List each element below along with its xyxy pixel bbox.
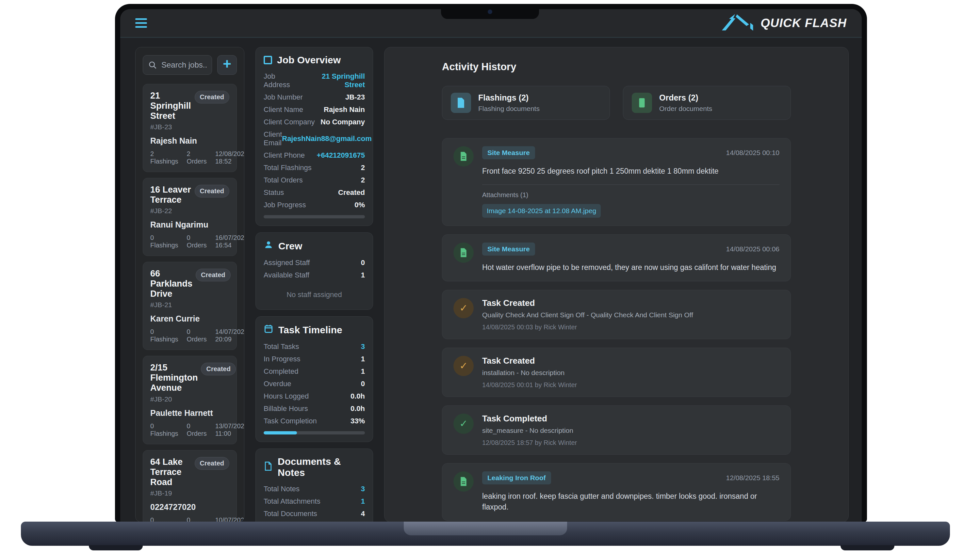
job-address: 2/15 Flemington Avenue <box>150 363 197 393</box>
row-value: 4 <box>361 510 365 518</box>
job-address: 21 Springhill Street <box>150 91 191 121</box>
row-label: Available Staff <box>264 271 309 279</box>
row-value-email[interactable]: RajeshNain88@gmail.com <box>282 135 372 143</box>
task-event-title: Task Created <box>482 356 780 366</box>
panel-title: Task Timeline <box>278 324 342 335</box>
row-label: Total Orders <box>264 176 303 184</box>
job-address: 16 Leaver Terrace <box>150 185 191 205</box>
laptop-foot <box>840 545 894 550</box>
job-number: #JB-22 <box>150 207 229 215</box>
activity-item-note[interactable]: Leaking Iron Roof 12/08/2025 18:55 leaki… <box>442 463 791 521</box>
job-overview-panel: Job Overview Job Address21 Springhill St… <box>255 47 373 226</box>
menu-icon[interactable] <box>135 18 147 28</box>
tab-flashings[interactable]: Flashings (2) Flashing documents <box>442 86 610 120</box>
row-value: Created <box>338 188 365 197</box>
job-flashings-count: 0 Flashings <box>150 422 178 437</box>
note-tag: Site Measure <box>482 243 535 256</box>
job-number: #JB-21 <box>150 301 229 309</box>
document-icon <box>264 461 273 473</box>
job-number: #JB-19 <box>150 489 229 497</box>
check-icon: ✓ <box>453 356 474 376</box>
jobs-sidebar: + 21 Springhill Street Created #JB-23 Ra… <box>135 47 244 522</box>
row-label: Total Notes <box>264 485 299 493</box>
row-label: Client Name <box>264 105 303 114</box>
activity-item-note[interactable]: Site Measure 14/08/2025 00:06 Hot water … <box>442 234 791 281</box>
row-value: 1 <box>361 355 365 363</box>
row-value: Rajesh Nain <box>324 105 365 114</box>
row-value: 0% <box>355 201 365 209</box>
task-description: installation - No description <box>482 369 780 377</box>
activity-item-task[interactable]: ✓ Task Created installation - No descrip… <box>442 348 791 397</box>
add-job-button[interactable]: + <box>217 55 237 75</box>
attachments-label: Attachments (1) <box>482 191 780 199</box>
note-document-icon <box>453 243 474 263</box>
search-box <box>143 55 212 75</box>
panel-title: Documents & Notes <box>278 456 365 478</box>
task-meta: 12/08/2025 18:57 by Rick Winter <box>482 439 780 446</box>
row-label: Client Email <box>264 130 282 147</box>
tab-label: Orders (2) <box>659 93 712 103</box>
job-card[interactable]: 2/15 Flemington Avenue Created #JB-20 Pa… <box>143 356 237 444</box>
row-value: 1 <box>361 497 365 506</box>
row-value: 1 <box>361 271 365 279</box>
row-value: JB-23 <box>345 93 365 102</box>
tab-orders[interactable]: Orders (2) Order documents <box>623 86 791 120</box>
row-value: 0 <box>361 380 365 388</box>
search-row: + <box>143 55 237 75</box>
note-body: Hot water overflow pipe to be removed, t… <box>482 262 780 273</box>
task-timeline-panel: Task Timeline Total Tasks3 In Progress1 … <box>255 316 373 442</box>
brand-logo: QUICK FLASH <box>719 13 847 33</box>
row-label: Job Address <box>264 72 302 89</box>
check-icon: ✓ <box>453 414 474 434</box>
task-description: Quality Check And Client Sign Off - Qual… <box>482 311 780 319</box>
note-date: 14/08/2025 00:10 <box>726 149 780 157</box>
job-date: 13/07/2025 11:00 <box>215 422 244 437</box>
activity-history-panel: Activity History Flashings (2) Flashing … <box>384 47 849 522</box>
laptop-foot <box>89 545 143 550</box>
row-label: Total Documents <box>264 510 317 518</box>
panel-title: Job Overview <box>277 54 341 66</box>
row-label: In Progress <box>264 355 301 363</box>
task-completion-bar <box>264 431 365 435</box>
job-date: 16/07/2025 16:54 <box>215 234 244 249</box>
job-orders-count: 2 Orders <box>187 150 207 165</box>
job-card[interactable]: 66 Parklands Drive Created #JB-21 Karen … <box>143 262 237 350</box>
activity-item-task[interactable]: ✓ Task Completed site_measure - No descr… <box>442 405 791 455</box>
job-card[interactable]: 64 Lake Terrace Road Created #JB-19 0224… <box>143 450 237 522</box>
job-client: 0224727020 <box>150 502 229 512</box>
calendar-icon <box>264 324 274 336</box>
row-value: 2 <box>361 176 365 184</box>
attachment-link[interactable]: Image 14-08-2025 at 12.08 AM.jpeg <box>482 204 601 218</box>
note-tag: Site Measure <box>482 146 535 159</box>
status-badge: Created <box>195 91 229 103</box>
task-meta: 14/08/2025 00:03 by Rick Winter <box>482 324 780 331</box>
job-client: Rajesh Nain <box>150 136 229 146</box>
job-flashings-count: 0 Flashings <box>150 328 178 343</box>
job-number: #JB-23 <box>150 123 229 131</box>
job-orders-count: 0 Orders <box>187 328 207 343</box>
square-icon <box>264 56 272 64</box>
activity-item-task[interactable]: ✓ Task Created Quality Check And Client … <box>442 290 791 339</box>
laptop-screen: QUICK FLASH <box>115 4 867 522</box>
note-document-icon <box>453 146 474 167</box>
job-card[interactable]: 16 Leaver Terrace Created #JB-22 Ranui N… <box>143 178 237 256</box>
job-flashings-count: 2 Flashings <box>150 150 178 165</box>
job-client: Ranui Ngarimu <box>150 220 229 229</box>
document-tabs: Flashings (2) Flashing documents Orders … <box>442 86 791 120</box>
row-value[interactable]: 21 Springhill Street <box>302 72 365 89</box>
status-badge: Created <box>195 457 229 470</box>
row-value: 0.0h <box>350 405 365 413</box>
job-card[interactable]: 21 Springhill Street Created #JB-23 Raje… <box>143 84 237 172</box>
tab-sublabel: Flashing documents <box>478 105 540 113</box>
row-label: Task Completion <box>264 417 317 426</box>
activity-item-note[interactable]: Site Measure 14/08/2025 00:10 Front face… <box>442 138 791 226</box>
order-document-icon <box>632 93 652 113</box>
panel-title: Crew <box>278 241 302 252</box>
row-value: 33% <box>350 417 365 426</box>
row-value: 3 <box>361 485 365 493</box>
row-label: Assigned Staff <box>264 259 310 267</box>
row-value-phone[interactable]: +64212091675 <box>317 151 365 160</box>
job-address: 66 Parklands Drive <box>150 268 192 299</box>
task-meta: 14/08/2025 00:01 by Rick Winter <box>482 381 780 389</box>
row-label: Completed <box>264 367 298 376</box>
